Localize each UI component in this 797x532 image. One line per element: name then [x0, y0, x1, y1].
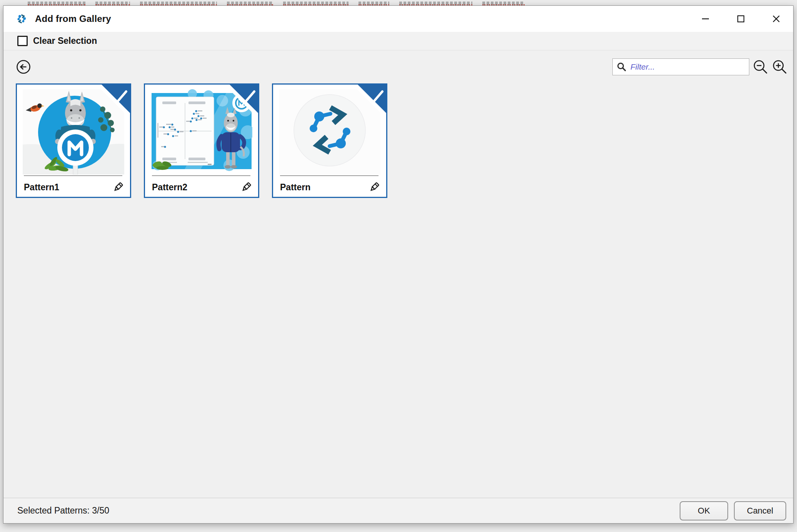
desktop-background: Add from Gallery [0, 0, 797, 532]
zoom-out-button[interactable] [752, 59, 769, 75]
cancel-button[interactable]: Cancel [734, 501, 786, 520]
selected-check-corner [96, 85, 130, 118]
background-text-remnant [358, 2, 389, 5]
clear-selection-checkbox[interactable] [17, 36, 28, 46]
back-button[interactable] [16, 59, 31, 75]
gallery-toolbar [3, 50, 793, 80]
selected-check-corner [352, 85, 386, 118]
window-controls [699, 12, 788, 26]
filter-input[interactable] [630, 62, 745, 71]
maximize-icon [736, 14, 746, 24]
selected-check-corner [224, 85, 258, 118]
background-text-remnant [399, 2, 472, 5]
selection-bar: Clear Selection [3, 32, 793, 50]
zoom-in-icon [772, 59, 788, 75]
card-footer: Pattern2 [152, 178, 253, 197]
pattern-name: Pattern2 [152, 182, 187, 193]
flow-app-icon [16, 13, 27, 25]
minimize-icon [700, 14, 710, 24]
pattern-card-grid: Pattern1 [3, 83, 793, 198]
close-icon [771, 14, 781, 24]
rename-pattern-button[interactable] [112, 181, 125, 194]
pattern-card-pattern1[interactable]: Pattern1 [16, 83, 131, 198]
whiteboard-quadrant-chart [156, 97, 214, 165]
clear-selection-label: Clear Selection [33, 36, 97, 46]
background-text-remnant [28, 2, 85, 5]
close-button[interactable] [769, 12, 783, 26]
pattern-card-pattern2[interactable]: Pattern2 [144, 83, 259, 198]
background-text-remnant [482, 2, 525, 5]
rename-pattern-button[interactable] [240, 181, 253, 194]
card-divider [152, 175, 250, 176]
card-divider [280, 175, 378, 176]
dialog-footer: Selected Patterns: 3/50 OK Cancel [3, 498, 793, 523]
search-icon [617, 62, 627, 72]
window-title: Add from Gallery [35, 13, 111, 24]
back-arrow-icon [16, 59, 31, 75]
pencil-icon [240, 181, 253, 194]
pattern-name: Pattern1 [24, 182, 59, 193]
gallery-content: Pattern1 [3, 50, 793, 498]
minimize-button[interactable] [699, 12, 712, 26]
zoom-in-button[interactable] [772, 59, 788, 75]
pattern-card-pattern[interactable]: Pattern [272, 83, 387, 198]
filter-box[interactable] [612, 58, 749, 75]
rename-pattern-button[interactable] [368, 181, 381, 194]
background-text-remnant [227, 2, 273, 5]
selected-patterns-status: Selected Patterns: 3/50 [17, 505, 680, 516]
mulesoft-logo-badge [57, 130, 93, 166]
title-bar: Add from Gallery [3, 6, 793, 32]
maximize-button[interactable] [734, 12, 748, 26]
card-divider [24, 175, 122, 176]
ok-button[interactable]: OK [680, 501, 728, 520]
card-footer: Pattern1 [24, 178, 125, 197]
background-text-remnant [95, 2, 130, 5]
background-text-remnant [28, 0, 782, 5]
background-text-remnant [283, 2, 348, 5]
card-footer: Pattern [280, 178, 381, 197]
zoom-out-icon [752, 59, 769, 75]
background-text-remnant [140, 2, 217, 5]
pattern-name: Pattern [280, 182, 310, 193]
add-from-gallery-dialog: Add from Gallery [3, 5, 794, 524]
pencil-icon [368, 181, 381, 194]
pencil-icon [112, 181, 125, 194]
